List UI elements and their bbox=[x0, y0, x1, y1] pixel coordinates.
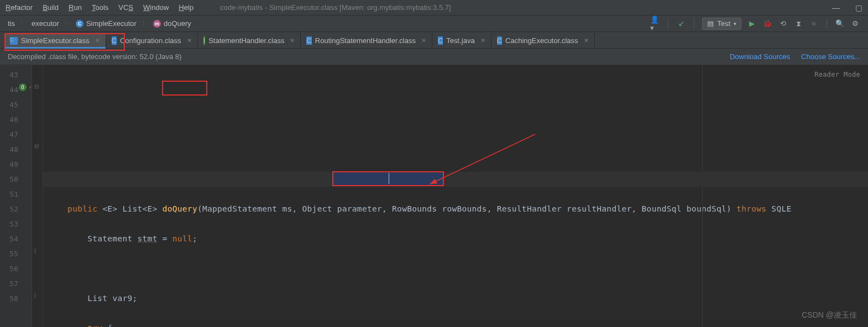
crumb-class[interactable]: CSimpleExecutor bbox=[71, 19, 141, 28]
menu-tools[interactable]: Tools bbox=[92, 3, 108, 12]
tab-cachingexec[interactable]: C CachingExecutor.class ✕ bbox=[491, 33, 595, 48]
crumb-method[interactable]: mdoQuery bbox=[149, 19, 196, 28]
class-icon: C bbox=[76, 20, 83, 28]
annotation-box-method bbox=[162, 81, 207, 96]
minimize-icon[interactable]: — bbox=[832, 3, 840, 12]
decompiled-banner: Decompiled .class file, bytecode version… bbox=[0, 49, 868, 65]
close-tab-icon[interactable]: ✕ bbox=[421, 37, 426, 44]
user-add-icon[interactable]: 👤▾ bbox=[650, 19, 660, 29]
fold-icon[interactable]: ⊟ bbox=[34, 143, 39, 149]
run-icon[interactable]: ▶ bbox=[747, 19, 757, 29]
more-icon[interactable]: ⚙ bbox=[850, 19, 860, 29]
git-sync-icon[interactable]: ↙ bbox=[676, 19, 686, 29]
maximize-icon[interactable]: ▢ bbox=[855, 3, 862, 12]
search-icon[interactable]: 🔍 bbox=[835, 19, 845, 29]
fold-icon[interactable]: ⊟ bbox=[34, 83, 39, 89]
reader-mode-label[interactable]: Reader Mode bbox=[814, 67, 860, 82]
window-title: code-mybatis - SimpleExecutor.class [Mav… bbox=[220, 3, 451, 12]
menu-refactor[interactable]: Refactor bbox=[6, 3, 33, 12]
tab-routingstmt[interactable]: C RoutingStatementHandler.class ✕ bbox=[301, 33, 432, 48]
download-sources-link[interactable]: Download Sources bbox=[730, 52, 790, 61]
coverage-icon[interactable]: ⟲ bbox=[778, 19, 788, 29]
chevron-icon: 〉 bbox=[64, 20, 71, 28]
banner-text: Decompiled .class file, bytecode version… bbox=[8, 52, 181, 61]
chevron-icon: 〉 bbox=[141, 20, 149, 28]
watermark: CSDN @凌玉佳 bbox=[802, 310, 857, 320]
class-icon: C bbox=[438, 36, 443, 45]
class-icon: C bbox=[306, 36, 311, 45]
close-tab-icon[interactable]: ✕ bbox=[584, 37, 589, 44]
tab-configuration[interactable]: C Configuration.class ✕ bbox=[106, 33, 198, 48]
menu-run[interactable]: Run bbox=[69, 3, 82, 12]
crumb-executor[interactable]: executor bbox=[27, 19, 64, 28]
stop-icon[interactable]: ■ bbox=[809, 19, 819, 29]
override-gutter-icon[interactable]: O bbox=[19, 83, 27, 91]
fold-column: ⊟ ⊟ ⌊ ⌊ bbox=[32, 65, 43, 327]
choose-sources-link[interactable]: Choose Sources... bbox=[801, 52, 860, 61]
profile-icon[interactable]: ⧗ bbox=[793, 19, 803, 29]
fold-end-icon: ⌊ bbox=[34, 292, 36, 298]
text-caret bbox=[389, 173, 389, 184]
method-icon: m bbox=[153, 20, 161, 28]
interface-icon: I bbox=[203, 36, 206, 45]
menu-help[interactable]: Help bbox=[179, 3, 194, 12]
close-tab-icon[interactable]: ✕ bbox=[480, 37, 485, 44]
menu-bar: Refactor Build Run Tools VCS Window Help… bbox=[0, 0, 868, 15]
menu-vcs[interactable]: VCS bbox=[118, 3, 133, 12]
nav-bar: tis 〉 executor 〉 CSimpleExecutor 〉 mdoQu… bbox=[0, 15, 868, 32]
editor-tabs: C SimpleExecutor.class ✕ C Configuration… bbox=[0, 32, 868, 49]
menu-window[interactable]: Window bbox=[143, 3, 169, 12]
code-body[interactable]: Reader Mode public <E> List<E> doQuery(M… bbox=[43, 65, 868, 327]
tab-statementhandler[interactable]: I StatementHandler.class ✕ bbox=[198, 33, 301, 48]
close-tab-icon[interactable]: ✕ bbox=[95, 37, 100, 44]
chevron-icon: 〉 bbox=[19, 20, 27, 28]
debug-icon[interactable]: 🐞 bbox=[762, 19, 772, 29]
config-icon: ▤ bbox=[707, 19, 714, 28]
close-tab-icon[interactable]: ✕ bbox=[290, 37, 295, 44]
annotation-box-call bbox=[332, 171, 444, 186]
code-editor[interactable]: 434445464748 495051525354 55565758 O ↑ ⊟… bbox=[0, 65, 868, 327]
chevron-down-icon: ▾ bbox=[734, 21, 736, 27]
class-icon: C bbox=[497, 36, 502, 45]
close-tab-icon[interactable]: ✕ bbox=[187, 37, 192, 44]
tab-simple-executor[interactable]: C SimpleExecutor.class ✕ bbox=[4, 33, 106, 48]
class-icon: C bbox=[10, 37, 18, 45]
menu-build[interactable]: Build bbox=[43, 3, 59, 12]
class-icon: C bbox=[112, 36, 117, 45]
line-gutter: 434445464748 495051525354 55565758 O ↑ bbox=[0, 65, 32, 327]
fold-end-icon: ⌊ bbox=[34, 247, 36, 254]
run-config-select[interactable]: ▤ Test ▾ bbox=[702, 18, 741, 30]
tab-test[interactable]: C Test.java ✕ bbox=[432, 33, 491, 48]
crumb-root[interactable]: tis bbox=[3, 19, 19, 28]
